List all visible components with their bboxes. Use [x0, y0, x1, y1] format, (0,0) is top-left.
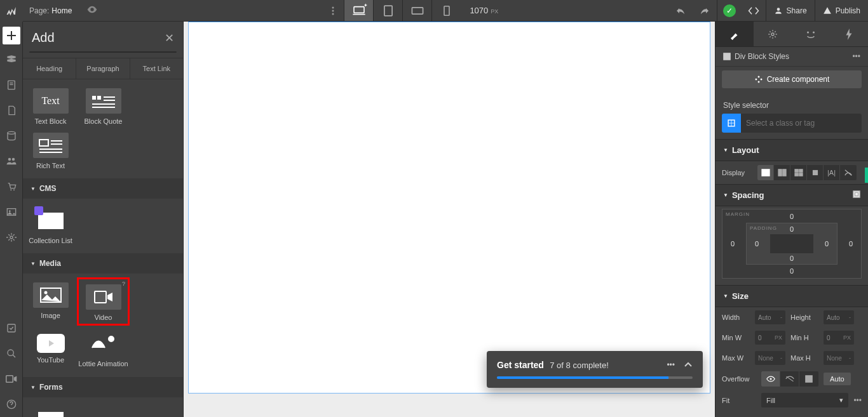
device-desktop[interactable]: ✦ — [344, 0, 373, 21]
display-block-icon[interactable] — [757, 165, 774, 180]
close-icon[interactable]: ✕ — [165, 31, 174, 45]
display-none-icon[interactable] — [840, 165, 857, 180]
export-code-icon[interactable] — [742, 0, 766, 22]
section-media[interactable]: ▼Media — [23, 253, 183, 274]
element-form-block[interactable] — [24, 401, 77, 417]
svg-rect-23 — [6, 376, 13, 383]
lottie-icon — [86, 331, 121, 356]
overflow-scroll-icon[interactable] — [799, 371, 818, 387]
preview-toggle-icon[interactable] — [78, 6, 106, 15]
assets-icon[interactable] — [0, 98, 22, 123]
viewport-width[interactable]: 1070PX — [461, 6, 507, 15]
maxw-input[interactable]: None- — [755, 351, 785, 365]
effects-tab-icon[interactable] — [830, 22, 868, 46]
spacing-editor[interactable]: MARGIN PADDING 0 0 0 0 0 0 0 0 — [722, 209, 862, 279]
navigator-icon[interactable] — [0, 47, 22, 72]
svg-point-13 — [8, 131, 15, 134]
page-selector[interactable]: Page: Home — [23, 6, 78, 15]
width-input[interactable]: Auto- — [755, 310, 785, 324]
padding-bottom[interactable]: 0 — [790, 255, 794, 262]
element-rich-text[interactable]: Rich Text — [24, 128, 77, 172]
quick-paragraph[interactable]: Paragraph — [76, 58, 130, 79]
element-block-quote[interactable]: Block Quote — [77, 83, 130, 128]
webflow-logo[interactable] — [0, 0, 23, 22]
element-lottie[interactable]: Lottie Animation — [77, 326, 130, 371]
element-collection-list[interactable]: Collection List — [24, 202, 77, 247]
minh-input[interactable]: 0PX — [824, 331, 854, 345]
device-landscape-phone[interactable] — [402, 0, 431, 21]
padding-right[interactable]: 0 — [825, 240, 829, 248]
element-image[interactable]: Image — [24, 277, 77, 326]
class-selector[interactable] — [722, 114, 862, 133]
users-icon[interactable] — [0, 149, 22, 174]
class-input[interactable] — [741, 114, 862, 133]
svg-point-16 — [10, 189, 11, 190]
more-icon[interactable]: ••• — [852, 52, 860, 61]
quick-heading[interactable]: Heading — [23, 58, 76, 79]
ecommerce-icon[interactable] — [0, 174, 22, 199]
help-icon[interactable]: ? — [122, 281, 125, 287]
section-forms[interactable]: ▼Forms — [23, 377, 183, 397]
tab-elements[interactable]: Elements — [30, 52, 103, 53]
fit-select[interactable]: Fill▾ — [761, 393, 848, 407]
style-tab-icon[interactable] — [715, 22, 754, 46]
publish-button[interactable]: Publish — [815, 6, 868, 15]
overflow-visible-icon[interactable] — [761, 371, 780, 387]
audit-icon[interactable] — [0, 315, 22, 341]
svg-rect-55 — [799, 169, 802, 172]
margin-right[interactable]: 0 — [849, 240, 853, 248]
fit-more-icon[interactable]: ••• — [853, 396, 862, 405]
status-ok-icon[interactable]: ✓ — [717, 0, 742, 22]
image-element-icon — [33, 282, 69, 308]
panel-accent — [865, 168, 868, 183]
margin-top[interactable]: 0 — [790, 213, 794, 220]
device-phone[interactable] — [431, 0, 461, 21]
quick-textlink[interactable]: Text Link — [130, 58, 183, 79]
element-youtube[interactable]: YouTube — [24, 326, 77, 371]
element-label[interactable]: Label — [77, 401, 130, 417]
margin-left[interactable]: 0 — [731, 240, 735, 248]
display-flex-icon[interactable] — [774, 165, 790, 180]
toast-more-icon[interactable]: ••• — [667, 361, 675, 369]
settings-icon[interactable] — [0, 225, 22, 250]
overflow-auto-button[interactable]: Auto — [824, 373, 851, 385]
interactions-tab-icon[interactable] — [792, 22, 830, 46]
quote-icon — [86, 88, 121, 114]
canvas[interactable] — [188, 22, 710, 394]
share-button[interactable]: Share — [766, 6, 815, 15]
element-video[interactable]: ? Video — [77, 277, 130, 326]
spacing-section-header[interactable]: ▼Spacing — [715, 184, 868, 206]
element-text-block[interactable]: Text Text Block — [24, 83, 77, 128]
padding-top[interactable]: 0 — [790, 225, 794, 233]
help-icon[interactable] — [0, 392, 22, 417]
svg-rect-56 — [795, 173, 798, 176]
padding-left[interactable]: 0 — [755, 240, 759, 248]
display-grid-icon[interactable] — [790, 165, 807, 180]
pages-icon[interactable] — [0, 72, 22, 98]
tab-layouts[interactable]: Layouts — [103, 52, 176, 53]
overflow-hidden-icon[interactable] — [780, 371, 799, 387]
redo-icon[interactable] — [693, 0, 717, 22]
display-inline-icon[interactable]: |A| — [824, 165, 840, 180]
size-section-header[interactable]: ▼Size — [715, 285, 868, 307]
maxh-input[interactable]: None- — [824, 351, 854, 365]
margin-bottom[interactable]: 0 — [790, 267, 794, 275]
display-inline-block-icon[interactable] — [807, 165, 824, 180]
video-tutorial-icon[interactable] — [0, 366, 22, 392]
height-input[interactable]: Auto- — [824, 310, 854, 324]
section-cms[interactable]: ▼CMS — [23, 178, 183, 199]
device-tablet[interactable] — [373, 0, 402, 21]
more-menu-icon[interactable] — [322, 6, 344, 15]
toast-collapse-icon[interactable] — [684, 361, 693, 369]
layout-section-header[interactable]: ▼Layout — [715, 139, 868, 161]
image-icon[interactable] — [0, 199, 22, 225]
spacing-expand-icon[interactable] — [853, 190, 860, 200]
minw-input[interactable]: 0PX — [755, 331, 785, 345]
add-elements-icon[interactable] — [3, 27, 20, 44]
search-icon[interactable] — [0, 341, 22, 366]
svg-point-19 — [9, 210, 11, 212]
create-component-button[interactable]: Create component — [722, 70, 862, 88]
settings-tab-icon[interactable] — [754, 22, 792, 46]
undo-icon[interactable] — [668, 0, 693, 22]
cms-icon[interactable] — [0, 123, 22, 149]
